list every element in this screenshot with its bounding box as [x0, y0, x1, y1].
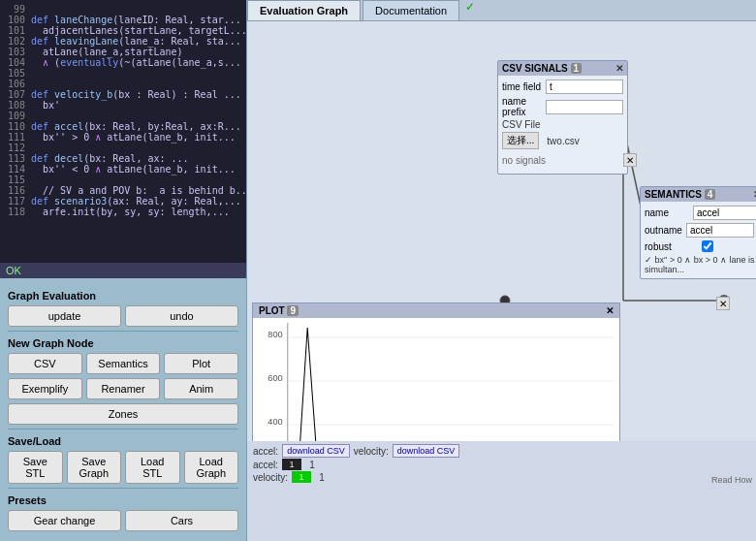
accel-signal-label: accel:	[253, 446, 278, 457]
csv-signals-close[interactable]: ✕	[615, 63, 623, 74]
presets-title: Presets	[8, 494, 238, 506]
gear-change-button[interactable]: Gear change	[8, 510, 121, 531]
time-field-label: time field	[502, 81, 542, 92]
semantics1-title: SEMANTICS 4 ✕	[641, 187, 756, 202]
accel-signal-row: accel: download CSV velocity: download C…	[253, 444, 750, 458]
graph-canvas[interactable]: CSV SIGNALS 1 ✕ time field name prefix C…	[247, 21, 756, 487]
left-panel: 99 100def laneChange(laneID: Real, star.…	[0, 0, 247, 541]
accel-download-button[interactable]: download CSV	[282, 444, 350, 458]
svg-text:600: 600	[268, 373, 282, 383]
load-graph-button[interactable]: Load Graph	[184, 451, 239, 484]
name-prefix-label: name prefix	[502, 96, 542, 117]
svg-text:400: 400	[268, 417, 282, 427]
exemplify-button[interactable]: Exemplify	[8, 378, 82, 399]
plot-button[interactable]: Plot	[164, 353, 238, 374]
renamer-button[interactable]: Renamer	[86, 378, 161, 399]
tab-bar: Evaluation Graph Documentation ✓	[247, 0, 756, 21]
csv-bottom-close[interactable]: ✕	[623, 153, 637, 167]
middle-close[interactable]: ✕	[716, 297, 730, 310]
velocity-val-num: 1	[319, 472, 325, 483]
sem1-outname-input[interactable]	[686, 223, 754, 238]
controls-panel: Graph Evaluation update undo New Graph N…	[0, 278, 246, 541]
tab-documentation[interactable]: Documentation	[362, 0, 459, 20]
velocity-download-button[interactable]: download CSV	[393, 444, 460, 458]
signal-status-bar: accel: download CSV velocity: download C…	[247, 441, 756, 487]
code-editor: 99 100def laneChange(laneID: Real, star.…	[0, 0, 246, 263]
tab-check-icon: ✓	[465, 0, 475, 20]
csv-browse-button[interactable]: 选择...	[502, 132, 539, 149]
accel-value: 1	[282, 459, 301, 470]
sem1-name-label: name	[645, 207, 689, 218]
velocity-val-row: velocity: 1 1	[253, 471, 750, 483]
save-load-title: Save/Load	[8, 435, 238, 447]
time-field-input[interactable]	[546, 80, 623, 94]
velocity-val-label: velocity:	[253, 472, 288, 483]
csv-button[interactable]: CSV	[8, 353, 82, 374]
right-panel: Evaluation Graph Documentation ✓	[247, 0, 756, 541]
velocity-value: 1	[292, 471, 311, 483]
save-stl-button[interactable]: Save STL	[8, 451, 63, 484]
sem1-robust-label: robust	[645, 241, 698, 252]
graph-eval-title: Graph Evaluation	[8, 290, 238, 302]
ok-status: OK	[0, 263, 246, 278]
zones-button[interactable]: Zones	[8, 403, 238, 425]
cars-button[interactable]: Cars	[125, 510, 238, 531]
load-stl-button[interactable]: Load STL	[125, 451, 180, 484]
plot-title: PLOT 9 ✕	[253, 303, 619, 318]
semantics-button[interactable]: Semantics	[86, 353, 161, 374]
sem1-extra-text: ✓ bx'' > 0 ∧ bx > 0 ∧ lane is simultan..…	[645, 255, 756, 274]
anim-button[interactable]: Anim	[164, 378, 238, 399]
accel-val-label: accel:	[253, 460, 278, 470]
accel-val-num: 1	[309, 460, 315, 470]
tab-eval-graph[interactable]: Evaluation Graph	[247, 0, 361, 20]
svg-text:800: 800	[268, 330, 282, 339]
csv-file-label: CSV File	[502, 119, 623, 130]
sem1-robust-checkbox[interactable]	[702, 240, 713, 252]
sem1-outname-label: outname	[645, 225, 682, 236]
undo-button[interactable]: undo	[125, 305, 238, 327]
sem1-name-input[interactable]	[693, 206, 756, 220]
semantics-window-1: SEMANTICS 4 ✕ name outname robust	[640, 186, 756, 279]
velocity-signal-label: velocity:	[354, 446, 389, 457]
accel-val-row: accel: 1 1	[253, 459, 750, 470]
save-graph-button[interactable]: Save Graph	[67, 451, 122, 484]
name-prefix-input[interactable]	[546, 100, 623, 114]
csv-file-name: two.csv	[547, 136, 579, 146]
no-signals-text: no signals	[502, 151, 623, 170]
new-graph-node-title: New Graph Node	[8, 337, 238, 349]
update-button[interactable]: update	[8, 305, 121, 327]
read-how-link[interactable]: Read How	[711, 475, 752, 485]
plot-close[interactable]: ✕	[606, 305, 614, 316]
csv-signals-title: CSV SIGNALS 1 ✕	[498, 61, 627, 76]
csv-signals-window: CSV SIGNALS 1 ✕ time field name prefix C…	[497, 60, 628, 175]
